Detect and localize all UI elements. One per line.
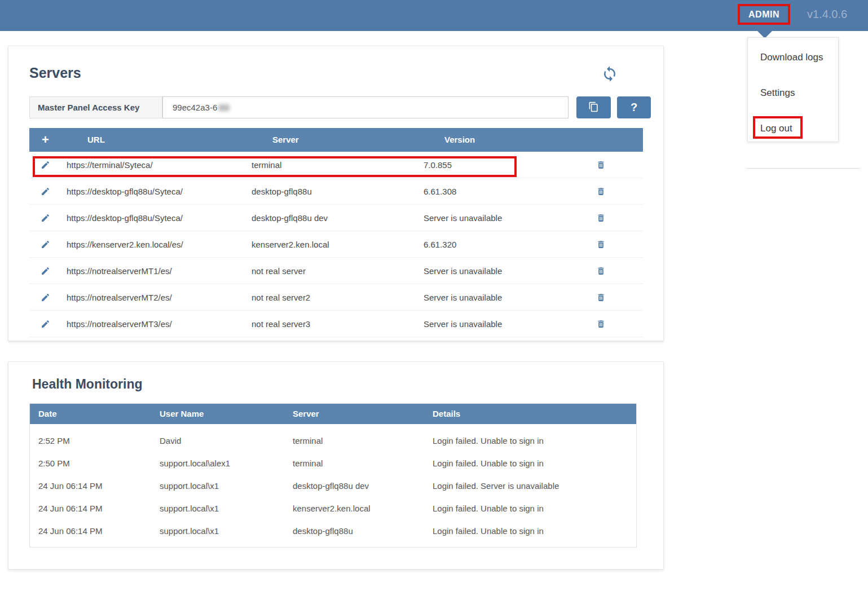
copy-key-button[interactable] (576, 96, 611, 118)
column-header-user-name: User Name (160, 404, 204, 424)
event-user: David (160, 430, 181, 452)
servers-title: Servers (29, 65, 81, 81)
delete-icon[interactable] (596, 258, 606, 284)
edit-icon[interactable] (41, 284, 50, 311)
server-name: not real server (252, 258, 306, 284)
event-date: 24 Jun 06:14 PM (38, 497, 102, 520)
server-version: 7.0.855 (424, 152, 452, 178)
health-row: 2:50 PM support.local\alex1 terminal Log… (30, 452, 636, 475)
event-server: terminal (293, 452, 323, 475)
event-date: 2:50 PM (38, 452, 70, 475)
access-key-row: Master Panel Access Key 99ec42a3-6 ? (29, 96, 643, 118)
server-row: https://notrealserverMT1/es/ not real se… (29, 258, 643, 284)
side-divider (746, 168, 860, 169)
edit-icon[interactable] (41, 231, 50, 258)
add-server-button[interactable]: + (42, 128, 49, 152)
edit-icon[interactable] (41, 205, 50, 231)
access-key-label: Master Panel Access Key (29, 96, 162, 118)
server-row: https://kenserver2.ken.local/es/ kenserv… (29, 231, 643, 258)
health-table-header: Date User Name Server Details (30, 404, 636, 424)
admin-dropdown-menu: Download logs Settings Log out (747, 37, 839, 142)
column-header-server: Server (272, 128, 299, 152)
server-url: https://kenserver2.ken.local/es/ (67, 231, 183, 258)
column-header-date: Date (38, 404, 57, 424)
delete-icon[interactable] (596, 152, 606, 178)
server-row: https://notrealserverMT3/es/ not real se… (29, 311, 643, 337)
edit-icon[interactable] (41, 152, 50, 178)
health-monitoring-title: Health Monitoring (32, 377, 142, 392)
server-url: https://terminal/Syteca/ (67, 152, 153, 178)
event-server: kenserver2.ken.local (293, 497, 371, 520)
event-date: 24 Jun 06:14 PM (38, 475, 102, 497)
admin-menu-button[interactable]: ADMIN (738, 4, 790, 25)
access-key-field[interactable]: 99ec42a3-6 (162, 96, 569, 118)
column-header-url: URL (87, 128, 105, 152)
delete-icon[interactable] (596, 284, 606, 311)
edit-icon[interactable] (41, 178, 50, 205)
health-table: Date User Name Server Details 2:52 PM Da… (29, 403, 637, 548)
question-mark-icon: ? (631, 101, 637, 114)
access-key-value: 99ec42a3-6 (173, 103, 217, 112)
event-user: support.local\x1 (160, 475, 219, 497)
server-version: 6.61.320 (424, 231, 456, 258)
server-url: https://notrealserverMT2/es/ (67, 284, 172, 311)
edit-icon[interactable] (41, 311, 50, 337)
event-details: Login failed. Unable to sign in (433, 497, 544, 520)
server-name: terminal (252, 152, 281, 178)
server-version: 6.61.308 (424, 178, 456, 205)
server-name: desktop-gflq88u (252, 178, 312, 205)
refresh-icon (601, 74, 618, 84)
server-version: Server is unavailable (424, 311, 502, 337)
menu-item-download-logs[interactable]: Download logs (748, 46, 838, 69)
refresh-button[interactable] (601, 65, 618, 82)
server-name: kenserver2.ken.local (252, 231, 329, 258)
event-date: 24 Jun 06:14 PM (38, 520, 102, 543)
event-server: desktop-gflq88u dev (293, 475, 369, 497)
server-row: https://desktop-gflq88u/Syteca/ desktop-… (29, 178, 643, 205)
health-row: 24 Jun 06:14 PM support.local\x1 desktop… (30, 475, 636, 497)
server-url: https://desktop-gflq88u/Syteca/ (67, 178, 183, 205)
servers-panel: Servers Master Panel Access Key 99ec42a3… (8, 46, 664, 341)
server-url: https://notrealserverMT1/es/ (67, 258, 172, 284)
delete-icon[interactable] (596, 231, 606, 258)
menu-item-settings[interactable]: Settings (748, 82, 838, 104)
server-name: desktop-gflq88u dev (252, 205, 328, 231)
column-header-server: Server (293, 404, 319, 424)
server-url: https://notrealserverMT3/es/ (67, 311, 172, 337)
admin-label: ADMIN (748, 10, 779, 20)
health-row: 24 Jun 06:14 PM support.local\x1 kenserv… (30, 497, 636, 520)
server-name: not real server3 (252, 311, 310, 337)
event-details: Login failed. Unable to sign in (433, 452, 544, 475)
top-bar: ADMIN v1.4.0.6 (0, 0, 868, 31)
server-version: Server is unavailable (424, 205, 502, 231)
health-row: 2:52 PM David terminal Login failed. Una… (30, 430, 636, 452)
server-url: https://desktop-gflq88u/Syteca/ (67, 205, 183, 231)
event-user: support.local\x1 (160, 497, 219, 520)
column-header-details: Details (433, 404, 460, 424)
servers-table-header: + URL Server Version (29, 128, 643, 152)
app-version: v1.4.0.6 (807, 8, 847, 21)
copy-icon (588, 102, 599, 114)
delete-icon[interactable] (596, 178, 606, 205)
event-date: 2:52 PM (38, 430, 70, 452)
server-version: Server is unavailable (424, 284, 502, 311)
menu-item-log-out[interactable]: Log out (748, 117, 838, 140)
edit-icon[interactable] (41, 258, 50, 284)
event-details: Login failed. Server is unavailable (433, 475, 559, 497)
event-server: terminal (293, 430, 323, 452)
column-header-version: Version (444, 128, 475, 152)
server-name: not real server2 (252, 284, 310, 311)
event-details: Login failed. Unable to sign in (433, 430, 544, 452)
delete-icon[interactable] (596, 311, 606, 337)
health-row: 24 Jun 06:14 PM support.local\x1 desktop… (30, 520, 636, 543)
event-user: support.local\x1 (160, 520, 219, 543)
help-button[interactable]: ? (617, 96, 651, 118)
access-key-redacted-blur (218, 104, 230, 111)
event-server: desktop-gflq88u (293, 520, 353, 543)
health-monitoring-panel: Health Monitoring Date User Name Server … (8, 361, 664, 570)
server-row: https://terminal/Syteca/ terminal 7.0.85… (29, 152, 643, 178)
delete-icon[interactable] (596, 205, 606, 231)
event-user: support.local\alex1 (160, 452, 230, 475)
server-row: https://desktop-gflq88u/Syteca/ desktop-… (29, 205, 643, 231)
server-version: Server is unavailable (424, 258, 502, 284)
